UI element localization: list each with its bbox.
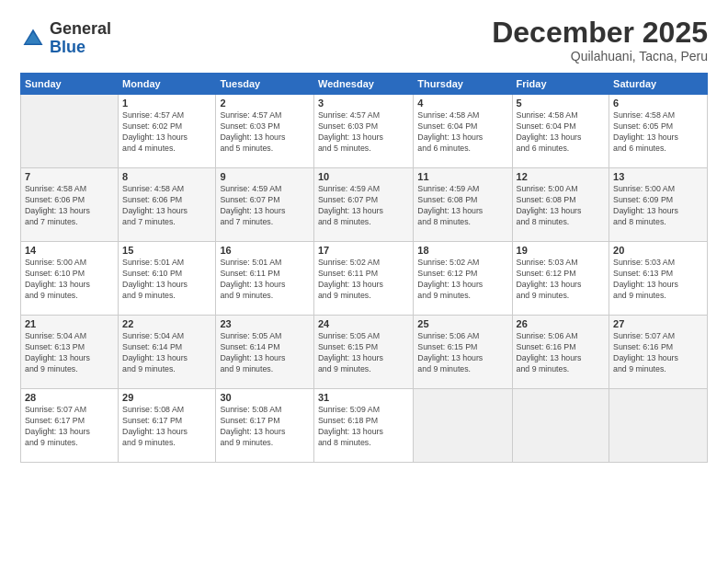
title-area: December 2025 Quilahuani, Tacna, Peru bbox=[492, 17, 708, 63]
calendar-cell: 30Sunrise: 5:08 AMSunset: 6:17 PMDayligh… bbox=[216, 389, 314, 463]
logo-general-text: General bbox=[50, 20, 111, 39]
day-number: 15 bbox=[122, 245, 211, 256]
calendar-cell: 12Sunrise: 5:00 AMSunset: 6:08 PMDayligh… bbox=[512, 168, 609, 242]
day-number: 20 bbox=[613, 245, 703, 256]
col-tuesday: Tuesday bbox=[216, 74, 314, 95]
day-info: Sunrise: 5:08 AMSunset: 6:17 PMDaylight:… bbox=[220, 405, 310, 449]
day-info: Sunrise: 5:08 AMSunset: 6:17 PMDaylight:… bbox=[122, 405, 211, 449]
calendar-cell: 21Sunrise: 5:04 AMSunset: 6:13 PMDayligh… bbox=[21, 316, 119, 389]
day-number: 12 bbox=[517, 171, 606, 182]
calendar-cell: 4Sunrise: 4:58 AMSunset: 6:04 PMDaylight… bbox=[414, 95, 512, 168]
day-info: Sunrise: 5:00 AMSunset: 6:09 PMDaylight:… bbox=[613, 184, 703, 228]
calendar-cell bbox=[609, 389, 708, 463]
calendar-cell: 29Sunrise: 5:08 AMSunset: 6:17 PMDayligh… bbox=[119, 389, 216, 463]
day-info: Sunrise: 4:57 AMSunset: 6:03 PMDaylight:… bbox=[220, 110, 310, 155]
col-friday: Friday bbox=[512, 74, 609, 95]
calendar-cell: 23Sunrise: 5:05 AMSunset: 6:14 PMDayligh… bbox=[216, 316, 314, 389]
day-info: Sunrise: 5:01 AMSunset: 6:10 PMDaylight:… bbox=[122, 258, 211, 302]
day-number: 25 bbox=[417, 318, 507, 329]
day-number: 19 bbox=[517, 245, 606, 256]
calendar-cell: 13Sunrise: 5:00 AMSunset: 6:09 PMDayligh… bbox=[609, 168, 708, 242]
day-info: Sunrise: 5:05 AMSunset: 6:14 PMDaylight:… bbox=[220, 331, 310, 375]
day-number: 16 bbox=[220, 245, 310, 256]
calendar-cell: 5Sunrise: 4:58 AMSunset: 6:04 PMDaylight… bbox=[512, 95, 609, 168]
calendar: Sunday Monday Tuesday Wednesday Thursday… bbox=[20, 73, 708, 463]
day-info: Sunrise: 4:59 AMSunset: 6:07 PMDaylight:… bbox=[318, 184, 409, 228]
calendar-cell: 18Sunrise: 5:02 AMSunset: 6:12 PMDayligh… bbox=[414, 242, 512, 316]
day-info: Sunrise: 5:06 AMSunset: 6:16 PMDaylight:… bbox=[517, 331, 606, 375]
calendar-cell: 19Sunrise: 5:03 AMSunset: 6:12 PMDayligh… bbox=[512, 242, 609, 316]
calendar-cell: 28Sunrise: 5:07 AMSunset: 6:17 PMDayligh… bbox=[21, 389, 119, 463]
day-number: 26 bbox=[517, 318, 606, 329]
day-info: Sunrise: 4:57 AMSunset: 6:02 PMDaylight:… bbox=[122, 110, 211, 155]
col-monday: Monday bbox=[119, 74, 216, 95]
logo-icon bbox=[20, 26, 46, 52]
day-info: Sunrise: 5:03 AMSunset: 6:12 PMDaylight:… bbox=[517, 258, 606, 302]
day-info: Sunrise: 5:00 AMSunset: 6:08 PMDaylight:… bbox=[517, 184, 606, 228]
day-info: Sunrise: 5:07 AMSunset: 6:16 PMDaylight:… bbox=[613, 331, 703, 375]
day-number: 6 bbox=[613, 98, 703, 109]
header: General Blue December 2025 Quilahuani, T… bbox=[20, 17, 708, 63]
day-number: 24 bbox=[318, 318, 409, 329]
day-info: Sunrise: 5:00 AMSunset: 6:10 PMDaylight:… bbox=[25, 258, 114, 302]
calendar-cell: 7Sunrise: 4:58 AMSunset: 6:06 PMDaylight… bbox=[21, 168, 119, 242]
calendar-cell: 27Sunrise: 5:07 AMSunset: 6:16 PMDayligh… bbox=[609, 316, 708, 389]
calendar-cell bbox=[21, 95, 119, 168]
day-number: 30 bbox=[220, 392, 310, 403]
day-info: Sunrise: 4:57 AMSunset: 6:03 PMDaylight:… bbox=[318, 110, 409, 155]
calendar-week-2: 7Sunrise: 4:58 AMSunset: 6:06 PMDaylight… bbox=[21, 168, 708, 242]
col-wednesday: Wednesday bbox=[313, 74, 413, 95]
calendar-header: Sunday Monday Tuesday Wednesday Thursday… bbox=[21, 74, 708, 95]
day-number: 22 bbox=[122, 318, 211, 329]
day-info: Sunrise: 5:07 AMSunset: 6:17 PMDaylight:… bbox=[25, 405, 114, 449]
day-number: 5 bbox=[517, 98, 606, 109]
day-info: Sunrise: 4:58 AMSunset: 6:06 PMDaylight:… bbox=[25, 184, 114, 228]
calendar-cell: 8Sunrise: 4:58 AMSunset: 6:06 PMDaylight… bbox=[119, 168, 216, 242]
calendar-cell: 6Sunrise: 4:58 AMSunset: 6:05 PMDaylight… bbox=[609, 95, 708, 168]
day-info: Sunrise: 5:04 AMSunset: 6:13 PMDaylight:… bbox=[25, 331, 114, 375]
calendar-cell: 20Sunrise: 5:03 AMSunset: 6:13 PMDayligh… bbox=[609, 242, 708, 316]
logo: General Blue bbox=[20, 20, 111, 57]
day-number: 14 bbox=[25, 245, 114, 256]
day-info: Sunrise: 5:03 AMSunset: 6:13 PMDaylight:… bbox=[613, 258, 703, 302]
day-number: 17 bbox=[318, 245, 409, 256]
calendar-cell: 26Sunrise: 5:06 AMSunset: 6:16 PMDayligh… bbox=[512, 316, 609, 389]
day-number: 31 bbox=[318, 392, 409, 403]
page: General Blue December 2025 Quilahuani, T… bbox=[0, 0, 728, 563]
day-info: Sunrise: 5:04 AMSunset: 6:14 PMDaylight:… bbox=[122, 331, 211, 375]
month-title: December 2025 bbox=[492, 17, 708, 49]
calendar-week-1: 1Sunrise: 4:57 AMSunset: 6:02 PMDaylight… bbox=[21, 95, 708, 168]
day-number: 9 bbox=[220, 171, 310, 182]
calendar-cell: 15Sunrise: 5:01 AMSunset: 6:10 PMDayligh… bbox=[119, 242, 216, 316]
day-number: 13 bbox=[613, 171, 703, 182]
calendar-cell: 10Sunrise: 4:59 AMSunset: 6:07 PMDayligh… bbox=[313, 168, 413, 242]
calendar-cell: 1Sunrise: 4:57 AMSunset: 6:02 PMDaylight… bbox=[119, 95, 216, 168]
day-info: Sunrise: 4:59 AMSunset: 6:08 PMDaylight:… bbox=[417, 184, 507, 228]
subtitle: Quilahuani, Tacna, Peru bbox=[492, 49, 708, 63]
day-info: Sunrise: 5:02 AMSunset: 6:12 PMDaylight:… bbox=[417, 258, 507, 302]
calendar-cell: 24Sunrise: 5:05 AMSunset: 6:15 PMDayligh… bbox=[313, 316, 413, 389]
col-thursday: Thursday bbox=[414, 74, 512, 95]
logo-text: General Blue bbox=[50, 20, 111, 57]
day-info: Sunrise: 4:58 AMSunset: 6:06 PMDaylight:… bbox=[122, 184, 211, 228]
header-row: Sunday Monday Tuesday Wednesday Thursday… bbox=[21, 74, 708, 95]
day-number: 21 bbox=[25, 318, 114, 329]
calendar-cell: 11Sunrise: 4:59 AMSunset: 6:08 PMDayligh… bbox=[414, 168, 512, 242]
day-number: 28 bbox=[25, 392, 114, 403]
calendar-cell bbox=[512, 389, 609, 463]
calendar-cell bbox=[414, 389, 512, 463]
col-saturday: Saturday bbox=[609, 74, 708, 95]
calendar-cell: 9Sunrise: 4:59 AMSunset: 6:07 PMDaylight… bbox=[216, 168, 314, 242]
col-sunday: Sunday bbox=[21, 74, 119, 95]
day-info: Sunrise: 5:06 AMSunset: 6:15 PMDaylight:… bbox=[417, 331, 507, 375]
day-number: 29 bbox=[122, 392, 211, 403]
calendar-week-4: 21Sunrise: 5:04 AMSunset: 6:13 PMDayligh… bbox=[21, 316, 708, 389]
day-info: Sunrise: 5:09 AMSunset: 6:18 PMDaylight:… bbox=[318, 405, 409, 449]
calendar-cell: 17Sunrise: 5:02 AMSunset: 6:11 PMDayligh… bbox=[313, 242, 413, 316]
calendar-cell: 16Sunrise: 5:01 AMSunset: 6:11 PMDayligh… bbox=[216, 242, 314, 316]
calendar-week-3: 14Sunrise: 5:00 AMSunset: 6:10 PMDayligh… bbox=[21, 242, 708, 316]
day-number: 10 bbox=[318, 171, 409, 182]
logo-blue-text: Blue bbox=[50, 39, 111, 57]
day-number: 4 bbox=[417, 98, 507, 109]
day-info: Sunrise: 5:02 AMSunset: 6:11 PMDaylight:… bbox=[318, 258, 409, 302]
